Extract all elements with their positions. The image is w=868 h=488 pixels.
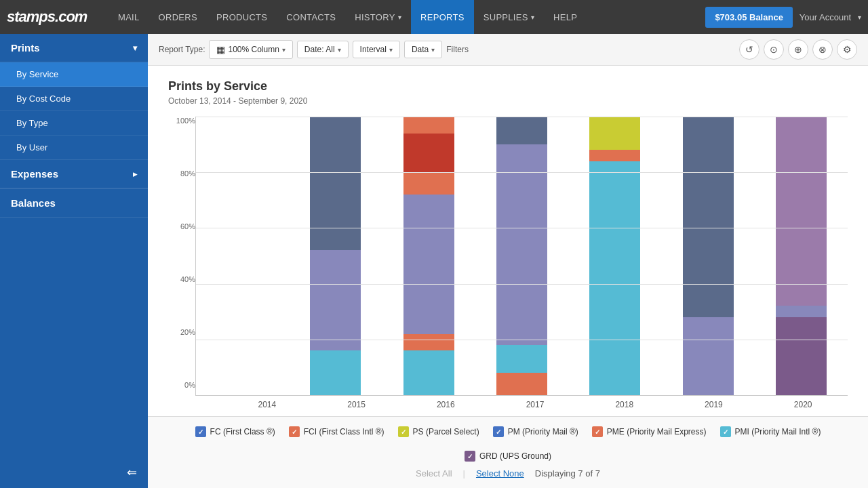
account-chevron-icon: ▾ — [858, 14, 861, 21]
bar-segment-pmi-2020 — [776, 117, 827, 306]
select-none-link[interactable]: Select None — [476, 468, 524, 479]
sidebar-item-by-cost-code[interactable]: By Cost Code — [0, 87, 148, 111]
nav-mail[interactable]: MAIL — [108, 0, 149, 34]
legend-checkbox-grd: ✓ — [465, 451, 475, 462]
sidebar-item-by-service[interactable]: By Service — [0, 62, 148, 87]
nav-contacts[interactable]: CONTACTS — [277, 0, 345, 34]
legend-item-pme[interactable]: ✓ PME (Priority Mail Express) — [592, 426, 707, 437]
chevron-down-icon: ▾ — [389, 46, 393, 54]
data-button[interactable]: Data ▾ — [404, 41, 442, 58]
x-label-2020: 2020 — [758, 400, 848, 409]
nav-help[interactable]: HELP — [544, 0, 587, 34]
data-label: Data — [412, 45, 429, 54]
bar-segment-extra-2018 — [589, 378, 640, 395]
nav-products[interactable]: PRODUCTS — [207, 0, 277, 34]
x-label-2014: 2014 — [222, 400, 312, 409]
bar-segment-fc-2015 — [310, 117, 361, 250]
chevron-icon: ▾ — [133, 43, 137, 53]
chevron-down-icon: ▾ — [282, 46, 285, 54]
stacked-bar-2019 — [683, 117, 734, 395]
select-all-link[interactable]: Select All — [416, 468, 452, 479]
legend-label-fc: FC (First Class ®) — [210, 427, 275, 436]
bar-segment-pm-2017 — [496, 144, 547, 345]
date-label: Date: All — [304, 45, 335, 54]
sidebar-collapse-button[interactable]: ⇐ — [0, 457, 148, 488]
interval-label: Interval — [360, 45, 387, 54]
toolbar: Report Type: ▦ 100% Column ▾ Date: All ▾… — [148, 34, 868, 66]
y-label-80: 80% — [180, 169, 195, 178]
bar-segment-fci-2016a — [403, 334, 454, 351]
legend-item-pm[interactable]: ✓ PM (Priority Mail ®) — [493, 426, 578, 437]
x-label-2016: 2016 — [401, 400, 490, 409]
stacked-bar-2015 — [310, 117, 361, 395]
bar-segment-ps-2018 — [589, 117, 640, 150]
y-axis: 100% 80% 60% 40% 20% 0% — [168, 117, 195, 409]
legend-item-fci[interactable]: ✓ FCI (First Class Intl ®) — [289, 426, 384, 437]
legend-checkbox-fci: ✓ — [289, 426, 300, 437]
legend-footer: Select All | Select None Displaying 7 of… — [161, 468, 854, 479]
bar-segment-fci-2016b — [403, 172, 454, 195]
y-label-40: 40% — [180, 275, 195, 283]
stacked-bar-2016 — [403, 117, 454, 395]
legend-label-pme: PME (Priority Mail Express) — [607, 427, 707, 436]
legend-item-grd[interactable]: ✓ GRD (UPS Ground) — [465, 451, 551, 462]
chart-area: Prints by Service October 13, 2014 - Sep… — [148, 66, 868, 416]
legend-checkbox-pmi: ✓ — [720, 426, 731, 437]
balance-button[interactable]: $703.05 Balance — [705, 7, 792, 28]
filters-button[interactable]: Filters — [446, 45, 469, 54]
toolbar-icon-buttons: ↺ ⊙ ⊕ ⊗ ⚙ — [739, 39, 857, 60]
nav-items: MAIL ORDERS PRODUCTS CONTACTS HISTORY ▾ … — [108, 0, 705, 34]
sidebar-section-prints[interactable]: Prints ▾ — [0, 34, 148, 62]
legend-label-ps: PS (Parcel Select) — [413, 427, 479, 436]
settings-icon-button[interactable]: ⊗ — [812, 39, 833, 60]
bar-group-2016 — [382, 117, 475, 395]
nav-history[interactable]: HISTORY ▾ — [345, 0, 411, 34]
x-labels: 2014 2015 2016 2017 2018 2019 2020 — [195, 396, 848, 409]
report-type-label: Report Type: — [159, 45, 205, 54]
refresh-icon-button[interactable]: ↺ — [739, 39, 760, 60]
collapse-icon: ⇐ — [127, 465, 137, 480]
print-icon-button[interactable]: ⊙ — [764, 39, 784, 60]
report-type-button[interactable]: ▦ 100% Column ▾ — [209, 40, 292, 59]
y-label-0: 0% — [184, 381, 195, 389]
bar-group-2019 — [661, 117, 754, 395]
bar-segment-pm-2020 — [776, 306, 827, 317]
export-icon-button[interactable]: ⊕ — [788, 39, 808, 60]
bar-segment-pmi-2017 — [496, 345, 547, 373]
sidebar-section-balances[interactable]: Balances — [0, 188, 148, 218]
your-account-link[interactable]: Your Account — [800, 12, 851, 22]
nav-orders[interactable]: ORDERS — [149, 0, 207, 34]
stacked-bar-2020 — [776, 117, 827, 395]
legend-item-ps[interactable]: ✓ PS (Parcel Select) — [398, 426, 479, 437]
stacked-bar-2018 — [589, 117, 640, 395]
top-nav: stamps.com MAIL ORDERS PRODUCTS CONTACTS… — [0, 0, 868, 34]
report-type-value: 100% Column — [228, 45, 279, 54]
logo-text: stamps.com — [7, 8, 87, 26]
chart-wrapper: 100% 80% 60% 40% 20% 0% — [168, 117, 848, 409]
legend-checkbox-ps: ✓ — [398, 426, 409, 437]
more-icon-button[interactable]: ⚙ — [837, 39, 857, 60]
bar-segment-fc-2019 — [683, 117, 734, 317]
nav-reports[interactable]: REPORTS — [411, 0, 474, 34]
date-button[interactable]: Date: All ▾ — [297, 41, 349, 58]
bar-segment-pm-2016 — [403, 195, 454, 334]
bar-segment-pm-2019 — [683, 317, 734, 395]
interval-button[interactable]: Interval ▾ — [353, 41, 400, 58]
legend-label-fci: FCI (First Class Intl ®) — [304, 427, 384, 436]
bar-segment-pmi-2016 — [403, 350, 454, 395]
bar-segment-fc-2017 — [496, 117, 547, 144]
nav-supplies[interactable]: SUPPLIES ▾ — [474, 0, 544, 34]
chart-title: Prints by Service — [168, 79, 848, 94]
bar-segment-pme-2017 — [496, 373, 547, 395]
chevron-down-icon: ▾ — [338, 46, 341, 54]
sidebar-item-by-user[interactable]: By User — [0, 136, 148, 160]
y-label-60: 60% — [180, 222, 195, 230]
legend-item-fc[interactable]: ✓ FC (First Class ®) — [195, 426, 275, 437]
legend-item-pmi[interactable]: ✓ PMI (Priority Mail Intl ®) — [720, 426, 821, 437]
bar-segment-pm-2015 — [310, 250, 361, 350]
sidebar-section-expenses[interactable]: Expenses ▸ — [0, 160, 148, 188]
bar-group-2014 — [196, 117, 289, 395]
sidebar-item-by-type[interactable]: By Type — [0, 111, 148, 136]
main-content: Report Type: ▦ 100% Column ▾ Date: All ▾… — [148, 34, 868, 488]
logo: stamps.com — [7, 8, 95, 26]
